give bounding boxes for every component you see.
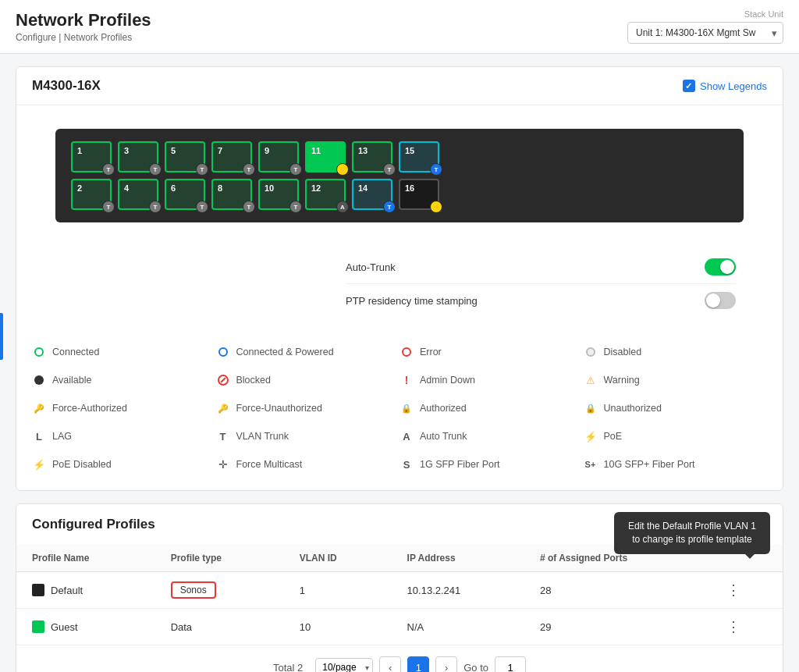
- next-page-button[interactable]: ›: [435, 656, 457, 672]
- port-1[interactable]: 1 T: [71, 141, 112, 172]
- legend-error-label: Error: [420, 347, 442, 357]
- show-legends-button[interactable]: Show Legends: [683, 80, 767, 92]
- port-7-badge: T: [243, 163, 255, 176]
- port-16[interactable]: 16 ⚡: [399, 179, 439, 210]
- header-left: Network Profiles Configure | Network Pro…: [16, 10, 151, 43]
- admin-down-icon: !: [405, 374, 409, 386]
- legend-force-unauthorized: 🔑 Force-Unauthorized: [216, 398, 400, 418]
- legend-blocked: Blocked: [216, 370, 400, 390]
- 10g-sfp-icon: S+: [585, 460, 596, 469]
- col-profile-name: Profile Name: [16, 545, 155, 572]
- port-13[interactable]: 13 T: [352, 141, 392, 172]
- error-icon: [402, 347, 411, 357]
- per-page-select[interactable]: 10/page 20/page 50/page: [315, 658, 373, 672]
- legend-unauthorized-label: Unauthorized: [604, 403, 662, 414]
- legend-lag-label: LAG: [52, 431, 72, 442]
- profile-color-guest: [32, 620, 44, 633]
- legend-grid: Connected Connected & Powered Error Disa…: [32, 342, 767, 475]
- legend-vlan-trunk: T VLAN Trunk: [216, 426, 400, 446]
- ptp-label: PTP residency time stamping: [346, 295, 478, 307]
- legend-auto-trunk: A Auto Trunk: [400, 426, 584, 446]
- legend-auto-trunk-label: Auto Trunk: [420, 431, 467, 442]
- legend-vlan-trunk-label: VLAN Trunk: [236, 431, 289, 442]
- col-ip-address: IP Address: [392, 545, 524, 572]
- ports-guest: 29: [524, 609, 711, 645]
- legend-poe-disabled: ⚡ PoE Disabled: [32, 454, 216, 475]
- profile-name-default: Default: [16, 572, 155, 609]
- profiles-header: Configured Profiles Edit the Default Pro…: [16, 504, 783, 545]
- legend-disabled-label: Disabled: [604, 347, 642, 357]
- legend-blocked-label: Blocked: [236, 375, 271, 386]
- port-15[interactable]: 15 T: [399, 141, 439, 172]
- vlan-id-guest: 10: [284, 609, 392, 645]
- legend-1g-sfp: S 1G SFP Fiber Port: [400, 454, 584, 475]
- legend-warning: ⚠ Warning: [584, 370, 768, 390]
- sidebar-accent: [0, 313, 3, 360]
- device-name: M4300-16X: [32, 78, 101, 94]
- per-page-wrap[interactable]: 10/page 20/page 50/page: [315, 658, 373, 672]
- profile-type-guest: Data: [155, 609, 284, 645]
- auto-trunk-row: Auto-Trunk: [346, 251, 736, 284]
- port-6[interactable]: 6 T: [165, 179, 205, 210]
- port-4-badge: T: [149, 201, 162, 213]
- dots-menu-guest[interactable]: ⋮: [726, 619, 741, 635]
- goto-input[interactable]: [495, 656, 526, 672]
- legend-poe-disabled-label: PoE Disabled: [52, 459, 112, 470]
- legend-unauthorized: 🔒 Unauthorized: [584, 398, 768, 418]
- stack-unit-wrap[interactable]: Unit 1: M4300-16X Mgmt Sw: [627, 22, 783, 44]
- port-10-badge: T: [289, 201, 302, 213]
- port-3[interactable]: 3 T: [118, 141, 158, 172]
- port-14[interactable]: 14 T: [352, 179, 392, 210]
- 1g-sfp-icon: S: [403, 459, 410, 471]
- available-icon: [34, 375, 44, 385]
- port-1-badge: T: [102, 163, 115, 176]
- profile-name-guest: Guest: [16, 609, 155, 645]
- legend-10g-sfp: S+ 10G SFP+ Fiber Port: [584, 454, 768, 475]
- port-5[interactable]: 5 T: [165, 141, 205, 172]
- auto-trunk-toggle[interactable]: [705, 258, 736, 276]
- legend-available: Available: [32, 370, 216, 390]
- port-12[interactable]: 12 A: [305, 179, 346, 210]
- authorized-icon: 🔒: [401, 404, 412, 414]
- port-9[interactable]: 9 T: [258, 141, 299, 172]
- sonos-badge: Sonos: [171, 581, 216, 599]
- table-row: Default Sonos 1 10.13.2.241 28 ⋮: [16, 572, 783, 609]
- port-7[interactable]: 7 T: [211, 141, 252, 172]
- legend-connected-powered: Connected & Powered: [216, 342, 400, 362]
- page-1-button[interactable]: 1: [407, 656, 429, 672]
- switch-diagram: 1 T 2 T 3 T: [55, 129, 744, 222]
- page-header: Network Profiles Configure | Network Pro…: [0, 0, 799, 54]
- actions-default[interactable]: ⋮: [711, 572, 783, 609]
- port-2[interactable]: 2 T: [71, 179, 112, 210]
- ports-default: 28: [524, 572, 711, 609]
- default-name: Default: [51, 585, 83, 596]
- poe-icon: ⚡: [584, 431, 597, 443]
- ptp-toggle[interactable]: [705, 292, 736, 309]
- port-4[interactable]: 4 T: [118, 179, 158, 210]
- stack-unit-selector: Stack Unit Unit 1: M4300-16X Mgmt Sw: [627, 9, 783, 44]
- legend-connected-label: Connected: [52, 347, 99, 357]
- port-2-badge: T: [102, 201, 115, 213]
- port-14-badge: T: [383, 201, 396, 213]
- legend-force-authorized-label: Force-Authorized: [52, 403, 127, 414]
- port-12-badge: A: [336, 201, 349, 213]
- legend-poe-label: PoE: [604, 431, 623, 442]
- stack-unit-dropdown[interactable]: Unit 1: M4300-16X Mgmt Sw: [627, 22, 783, 44]
- port-10[interactable]: 10 T: [258, 179, 299, 210]
- actions-guest[interactable]: ⋮: [711, 609, 783, 645]
- dots-menu-default[interactable]: ⋮: [726, 582, 741, 598]
- port-16-badge: ⚡: [430, 201, 442, 213]
- port-2-num: 2: [77, 183, 82, 193]
- ip-default: 10.13.2.241: [392, 572, 524, 609]
- vlan-id-default: 1: [284, 572, 392, 609]
- ip-guest: N/A: [392, 609, 524, 645]
- prev-page-button[interactable]: ‹: [379, 656, 401, 672]
- main-content: M4300-16X Show Legends 1 T: [0, 54, 799, 672]
- port-11-badge: ⚡: [336, 163, 349, 176]
- stack-unit-label: Stack Unit: [744, 9, 783, 19]
- connected-icon: [34, 347, 44, 357]
- force-authorized-icon: 🔑: [34, 404, 44, 414]
- poe-disabled-icon: ⚡: [33, 459, 45, 471]
- port-8[interactable]: 8 T: [211, 179, 252, 210]
- port-11[interactable]: 11 ⚡: [305, 141, 346, 172]
